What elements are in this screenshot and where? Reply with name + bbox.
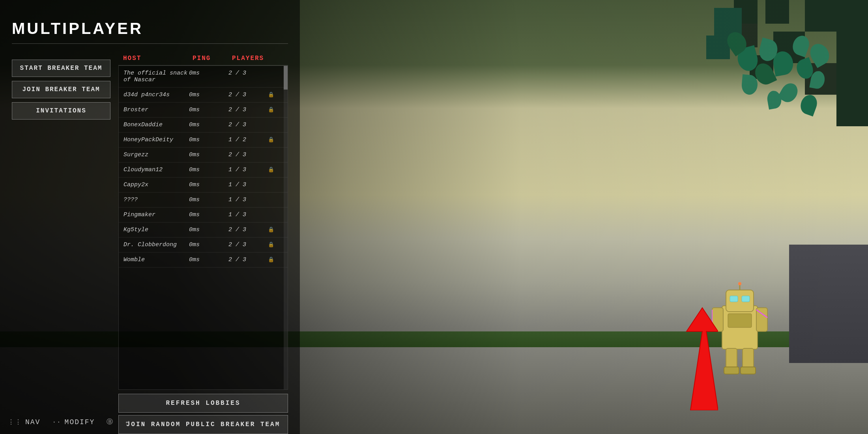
table-row[interactable]: Cloudyman120ms1 / 3🔒 — [119, 163, 288, 178]
lock-icon — [268, 181, 280, 188]
modify-icon: ·· — [52, 419, 61, 426]
col-header-host: HOST — [123, 55, 193, 62]
table-header: HOST PING PLAYERS — [118, 52, 288, 65]
svg-rect-12 — [728, 314, 752, 327]
table-row[interactable]: Kg5tyle0ms2 / 3🔒 — [119, 223, 288, 238]
cell-players: 2 / 3 — [228, 226, 268, 233]
lock-icon — [268, 152, 280, 158]
refresh-lobbies-button[interactable]: REFRESH LOBBIES — [118, 394, 288, 413]
cell-ping: 0ms — [189, 196, 228, 203]
cell-ping: 0ms — [189, 70, 228, 83]
cell-ping: 0ms — [189, 181, 228, 188]
table-row[interactable]: d34d p4ncr34s0ms2 / 3🔒 — [119, 88, 288, 103]
cell-host: Kg5tyle — [123, 226, 189, 233]
start-breaker-team-button[interactable]: START BREAKER TEAM — [12, 60, 110, 77]
cell-ping: 0ms — [189, 166, 228, 173]
lock-icon: 🔒 — [268, 226, 280, 233]
svg-rect-2 — [730, 296, 738, 302]
nav-icon: ⋮⋮ — [8, 418, 22, 426]
join-breaker-team-button[interactable]: JOIN BREAKER TEAM — [12, 81, 110, 98]
modify-label: MODIFY — [65, 418, 95, 426]
table-row[interactable]: ????0ms1 / 3 — [119, 193, 288, 208]
cell-host: The official snack of Nascar — [123, 70, 189, 83]
lock-icon — [268, 196, 280, 203]
cell-host: Broster — [123, 107, 189, 113]
invitations-button[interactable]: INVITATIONS — [12, 102, 110, 120]
b-icon: Ⓑ — [107, 418, 114, 426]
ui-panel: MULTIPLAYER START BREAKER TEAM JOIN BREA… — [0, 0, 300, 434]
cell-ping: 0ms — [189, 122, 228, 128]
svg-marker-15 — [687, 308, 718, 410]
cell-ping: 0ms — [189, 241, 228, 248]
lock-icon: 🔒 — [268, 107, 280, 113]
cell-ping: 0ms — [189, 137, 228, 143]
cell-players: 2 / 3 — [228, 152, 268, 158]
lock-icon — [268, 122, 280, 128]
cell-players: 2 / 3 — [228, 107, 268, 113]
table-row[interactable]: The official snack of Nascar0ms2 / 3 — [119, 66, 288, 88]
lock-icon: 🔒 — [268, 137, 280, 143]
table-row[interactable]: HoneyPackDeity0ms1 / 2🔒 — [119, 133, 288, 148]
hud-nav: ⋮⋮ NAV — [8, 418, 40, 426]
robot-character — [710, 282, 769, 377]
cell-host: Cappy2x — [123, 181, 189, 188]
svg-rect-3 — [742, 296, 750, 302]
cell-host: BonexDaddie — [123, 122, 189, 128]
svg-point-5 — [738, 282, 741, 285]
cell-ping: 0ms — [189, 211, 228, 218]
cell-host: d34d p4ncr34s — [123, 92, 189, 98]
cell-ping: 0ms — [189, 256, 228, 263]
cell-ping: 0ms — [189, 152, 228, 158]
nav-label: NAV — [25, 418, 40, 426]
cell-players: 2 / 3 — [228, 122, 268, 128]
lock-icon — [268, 70, 280, 83]
table-row[interactable]: Pingmaker0ms1 / 3 — [119, 208, 288, 223]
table-row[interactable]: Cappy2x0ms1 / 3 — [119, 178, 288, 193]
lock-icon: 🔒 — [268, 241, 280, 248]
table-row[interactable]: BonexDaddie0ms2 / 3 — [119, 118, 288, 133]
lock-icon — [268, 211, 280, 218]
cell-host: Pingmaker — [123, 211, 189, 218]
cell-players: 2 / 3 — [228, 70, 268, 83]
cell-host: ???? — [123, 196, 189, 203]
cell-players: 1 / 3 — [228, 211, 268, 218]
lock-icon: 🔒 — [268, 92, 280, 98]
back-icon: ↩ — [125, 418, 130, 426]
table-row[interactable]: Womble0ms2 / 3🔒 — [119, 253, 288, 268]
cell-host: Dr. Clobberdong — [123, 241, 189, 248]
lock-icon: 🔒 — [268, 256, 280, 263]
svg-rect-10 — [724, 367, 739, 374]
red-arrow — [552, 300, 718, 410]
scrollbar-thumb[interactable] — [284, 66, 288, 90]
cell-players: 1 / 3 — [228, 196, 268, 203]
page-title: MULTIPLAYER — [12, 20, 143, 37]
cell-players: 1 / 3 — [228, 166, 268, 173]
nav-buttons: START BREAKER TEAM JOIN BREAKER TEAM INV… — [12, 60, 110, 434]
table-row[interactable]: Dr. Clobberdong0ms2 / 3🔒 — [119, 238, 288, 253]
hud-modify: ·· MODIFY — [52, 418, 95, 426]
scrollbar[interactable] — [284, 66, 288, 389]
table-row[interactable]: Broster0ms2 / 3🔒 — [119, 103, 288, 118]
col-header-lock — [271, 55, 283, 62]
hud-b: Ⓑ — [107, 418, 114, 426]
cell-players: 2 / 3 — [228, 256, 268, 263]
table-row[interactable]: Surgezz0ms2 / 3 — [119, 148, 288, 163]
cell-host: Cloudyman12 — [123, 166, 189, 173]
cell-players: 1 / 2 — [228, 137, 268, 143]
cell-host: Womble — [123, 256, 189, 263]
lock-icon: 🔒 — [268, 166, 280, 173]
lobbies-table[interactable]: The official snack of Nascar0ms2 / 3d34d… — [118, 65, 288, 390]
main-content: HOST PING PLAYERS The official snack of … — [118, 52, 288, 434]
cell-players: 2 / 3 — [228, 92, 268, 98]
hud-back: ↩ — [125, 418, 130, 426]
cell-ping: 0ms — [189, 226, 228, 233]
cell-host: HoneyPackDeity — [123, 137, 189, 143]
col-header-ping: PING — [193, 55, 232, 62]
bottom-buttons: REFRESH LOBBIES JOIN RANDOM PUBLIC BREAK… — [118, 394, 288, 434]
cell-ping: 0ms — [189, 107, 228, 113]
cell-players: 2 / 3 — [228, 241, 268, 248]
cell-ping: 0ms — [189, 92, 228, 98]
svg-rect-11 — [741, 367, 756, 374]
join-random-button[interactable]: JOIN RANDOM PUBLIC BREAKER TEAM — [118, 415, 288, 434]
cell-players: 1 / 3 — [228, 181, 268, 188]
